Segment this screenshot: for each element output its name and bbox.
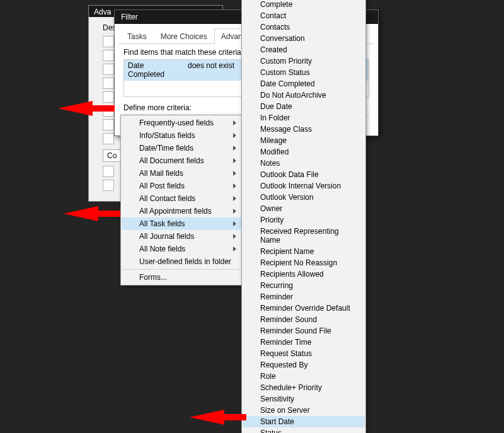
menu-item[interactable]: Recipient No Reassign [243,257,365,268]
menu-separator [123,269,240,270]
chevron-right-icon [233,246,236,251]
menu-item[interactable]: Complete [243,0,365,10]
menu-item[interactable]: Forms... [122,271,241,284]
menu-item[interactable]: Priority [243,214,365,226]
menu-item[interactable]: Info/Status fields [122,129,241,142]
menu-item[interactable]: Reminder Sound File [243,325,365,337]
menu-item[interactable]: Role [243,371,365,382]
menu-item[interactable]: Notes [243,158,365,169]
chevron-right-icon [233,196,236,201]
menu-item[interactable]: Reminder Sound [243,314,365,325]
menu-item[interactable]: Contact [243,10,365,21]
menu-item[interactable]: Sensitivity [243,393,365,405]
chevron-right-icon [233,209,236,214]
menu-item[interactable]: Conversation [243,33,365,44]
menu-item[interactable]: All Journal fields [122,230,241,243]
chevron-right-icon [233,234,236,239]
checkbox[interactable] [103,64,114,75]
checkbox[interactable] [103,180,114,191]
svg-marker-1 [64,206,120,221]
chevron-right-icon [233,133,236,138]
menu-item[interactable]: Reminder Time [243,337,365,348]
menu-item[interactable]: Request Status [243,348,365,359]
menu-item[interactable]: Message Class [243,124,365,135]
menu-item[interactable]: Outlook Version [243,192,365,203]
chevron-right-icon [233,221,236,226]
menu-item[interactable]: Mileage [243,135,365,146]
checkbox[interactable] [103,78,114,89]
chevron-right-icon [233,171,236,176]
field-category-menu: Frequently-used fieldsInfo/Status fields… [120,115,243,286]
menu-item[interactable]: All Mail fields [122,167,241,180]
menu-item[interactable]: All Post fields [122,180,241,192]
tab-tasks[interactable]: Tasks [120,28,154,44]
menu-item[interactable]: All Contact fields [122,192,241,205]
checkbox[interactable] [103,50,114,61]
menu-item[interactable]: Recurring [243,280,365,291]
menu-item[interactable]: Reminder [243,291,365,303]
task-fields-menu: CompleteContactContactsConversationCreat… [241,0,366,433]
condition-button[interactable]: Co [103,149,121,162]
menu-item[interactable]: Recipients Allowed [243,268,365,280]
checkbox[interactable] [103,119,114,130]
menu-item[interactable]: Outlook Data File [243,169,365,180]
menu-item[interactable]: Size on Server [243,405,365,416]
menu-item[interactable]: Received Representing Name [243,226,365,246]
menu-item[interactable]: All Document fields [122,154,241,167]
menu-item[interactable]: Frequently-used fields [122,117,241,129]
menu-item[interactable]: Custom Priority [243,55,365,67]
svg-marker-0 [58,101,115,116]
checkbox[interactable] [103,133,114,144]
menu-item[interactable]: All Task fields [122,217,241,230]
menu-item[interactable]: Do Not AutoArchive [243,89,365,101]
menu-item[interactable]: Schedule+ Priority [243,382,365,393]
menu-item[interactable]: Contacts [243,21,365,33]
menu-item[interactable]: Reminder Override Default [243,303,365,314]
menu-item[interactable]: Requested By [243,359,365,371]
menu-item[interactable]: Date Completed [243,78,365,89]
tab-more-choices[interactable]: More Choices [154,28,214,44]
annotation-arrow [64,203,120,224]
menu-item[interactable]: Start Date [243,416,365,427]
chevron-right-icon [233,146,236,151]
svg-marker-2 [190,410,246,425]
menu-item[interactable]: Custom Status [243,67,365,78]
annotation-arrow [190,407,246,428]
checkbox[interactable] [103,166,114,177]
menu-item[interactable]: Status [243,427,365,433]
menu-item[interactable]: Date/Time fields [122,142,241,154]
menu-item[interactable]: Recipient Name [243,246,365,257]
menu-item[interactable]: Due Date [243,101,365,112]
criteria-field: Date Completed [124,60,184,80]
checkbox[interactable] [103,36,114,47]
menu-item[interactable]: All Appointment fields [122,205,241,217]
chevron-right-icon [233,158,236,163]
chevron-right-icon [233,183,236,188]
menu-item[interactable]: Owner [243,203,365,214]
menu-item[interactable]: Outlook Internal Version [243,180,365,192]
menu-item[interactable]: All Note fields [122,243,241,255]
menu-item[interactable]: User-defined fields in folder [122,255,241,268]
menu-item[interactable]: In Folder [243,112,365,124]
annotation-arrow [58,98,115,119]
menu-item[interactable]: Created [243,44,365,55]
menu-item[interactable]: Modified [243,146,365,158]
chevron-right-icon [233,120,236,125]
